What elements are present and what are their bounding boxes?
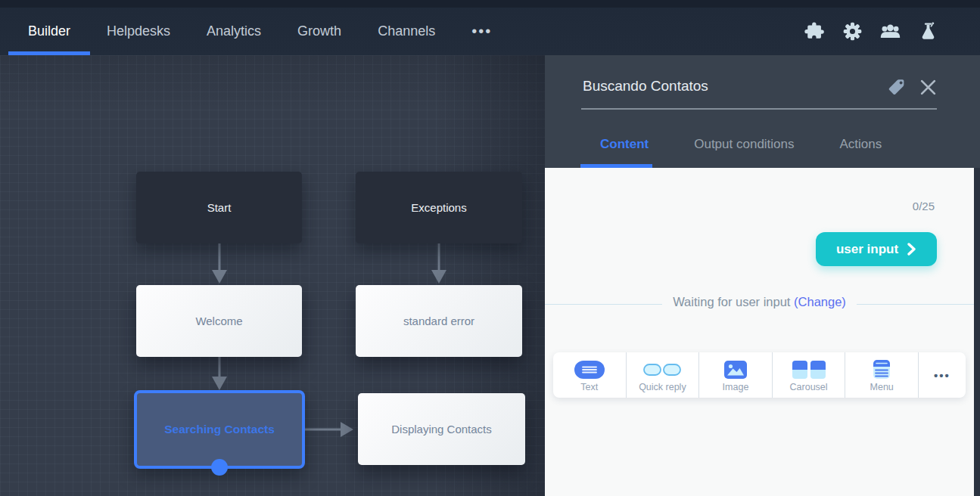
node-output-handle[interactable] xyxy=(211,459,228,476)
tool-label: Menu xyxy=(870,383,894,392)
flow-node-displaying-contacts[interactable]: Displaying Contacts xyxy=(358,393,525,465)
block-title: Buscando Contatos xyxy=(583,78,708,95)
waiting-text: Waiting for user input xyxy=(673,295,790,308)
toolbar-more-button[interactable]: ••• xyxy=(919,352,966,398)
nav-item-builder[interactable]: Builder xyxy=(28,8,70,55)
tool-carousel[interactable]: Carousel xyxy=(773,352,846,398)
tool-label: Quick reply xyxy=(639,383,686,392)
nav-item-channels[interactable]: Channels xyxy=(378,8,435,55)
nav-item-growth[interactable]: Growth xyxy=(297,8,341,55)
change-link[interactable]: (Change) xyxy=(794,295,846,308)
tab-actions[interactable]: Actions xyxy=(840,121,882,168)
flow-node-welcome[interactable]: Welcome xyxy=(136,285,302,357)
user-input-button[interactable]: user input xyxy=(816,232,937,266)
tool-menu[interactable]: Menu xyxy=(845,352,919,398)
block-panel-body: 0/25 user input Waiting for user input (… xyxy=(545,168,974,496)
image-icon xyxy=(723,360,748,380)
tool-label: Image xyxy=(723,383,749,392)
panel-tabs: Content Output conditions Actions xyxy=(545,121,980,168)
title-divider xyxy=(581,108,937,110)
close-icon[interactable] xyxy=(919,79,937,96)
tab-content[interactable]: Content xyxy=(600,121,649,168)
nav-item-analytics[interactable]: Analytics xyxy=(207,8,261,55)
users-icon[interactable] xyxy=(880,21,901,42)
nav-item-helpdesks[interactable]: Helpdesks xyxy=(107,8,170,55)
tool-image[interactable]: Image xyxy=(699,352,773,398)
flow-canvas[interactable]: Start Exceptions Welcome standard error … xyxy=(0,55,545,496)
message-type-toolbar: Text Quick reply xyxy=(553,352,966,398)
nav-more-icon[interactable]: ••• xyxy=(471,8,492,55)
tool-quick-reply[interactable]: Quick reply xyxy=(627,352,700,398)
flask-icon[interactable] xyxy=(918,21,938,42)
char-counter: 0/25 xyxy=(913,200,935,212)
user-input-label: user input xyxy=(836,242,898,257)
gear-icon[interactable] xyxy=(842,21,863,42)
tool-label: Text xyxy=(580,383,598,392)
flow-node-exceptions[interactable]: Exceptions xyxy=(356,172,522,243)
app-root: Builder Helpdesks Analytics Growth Chann… xyxy=(0,0,980,496)
flow-node-start[interactable]: Start xyxy=(136,172,302,243)
top-nav: Builder Helpdesks Analytics Growth Chann… xyxy=(0,0,980,55)
flow-node-standard-error[interactable]: standard error xyxy=(356,285,522,357)
tool-label: Carousel xyxy=(790,383,828,392)
waiting-divider: Waiting for user input (Change) xyxy=(545,295,974,313)
puzzle-icon[interactable] xyxy=(804,21,825,42)
tab-output-conditions[interactable]: Output conditions xyxy=(694,121,794,168)
tool-text[interactable]: Text xyxy=(553,352,627,398)
block-panel-header: Buscando Contatos Content Output conditi… xyxy=(545,55,980,168)
tag-icon[interactable] xyxy=(887,77,907,97)
nav-icon-group xyxy=(804,21,980,42)
carousel-icon xyxy=(792,360,826,380)
quick-reply-icon xyxy=(642,360,682,380)
flow-node-searching-contacts[interactable]: Searching Contacts xyxy=(134,390,305,469)
chevron-right-icon xyxy=(907,243,916,256)
text-icon xyxy=(573,360,606,380)
menu-icon xyxy=(873,360,891,380)
